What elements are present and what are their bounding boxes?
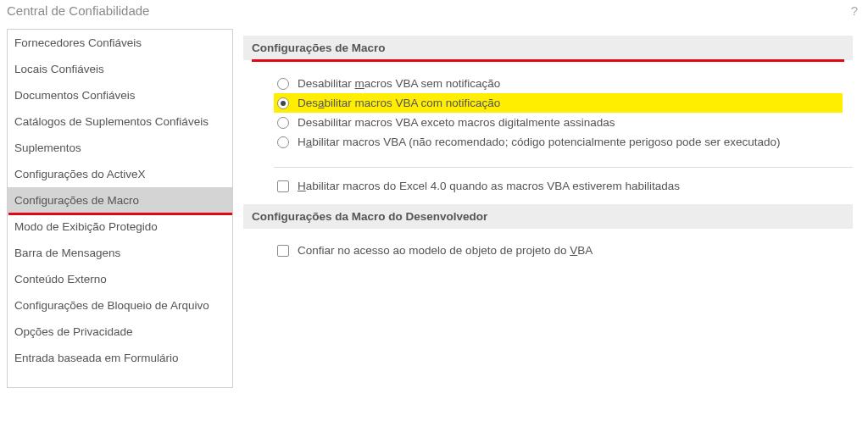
trust-vba-block: Confiar no acesso ao modelo de objeto de… [243,229,853,269]
macro-radio-group: Desabilitar macros VBA sem notificaçãoDe… [243,60,853,164]
help-icon[interactable]: ? [851,3,858,18]
sidebar-nav: Fornecedores ConfiáveisLocais Confiáveis… [7,29,233,388]
radio-label: Habilitar macros VBA (não recomendado; c… [298,136,781,148]
enable-excel4-label: Habilitar macros do Excel 4.0 quando as … [298,180,680,192]
sidebar-item-label: Entrada baseada em Formulário [14,352,179,364]
sidebar-item-label: Opções de Privacidade [14,325,133,338]
sidebar-item-label: Configurações do ActiveX [14,168,146,180]
radio-icon [277,136,289,148]
radio-label: Desabilitar macros VBA com notificação [298,97,500,109]
sidebar-item-label: Conteúdo Externo [14,273,107,286]
sidebar-item[interactable]: Documentos Confiáveis [8,82,232,108]
dialog-title: Central de Confiabilidade [7,3,149,18]
sidebar-item[interactable]: Catálogos de Suplementos Confiáveis [8,108,232,135]
divider [274,167,853,168]
sidebar-item[interactable]: Modo de Exibição Protegido [8,214,232,240]
sidebar-item-label: Modo de Exibição Protegido [14,220,158,233]
radio-icon [277,78,289,90]
developer-macro-title: Configurações da Macro do Desenvolvedor [252,210,487,223]
macro-radio-option[interactable]: Desabilitar macros VBA com notificação [274,93,843,113]
sidebar-item[interactable]: Opções de Privacidade [8,319,232,345]
sidebar-underline [8,213,232,215]
main-panel: Configurações de Macro Desabilitar macro… [243,29,861,388]
radio-icon [277,117,289,129]
section-underline [252,59,844,62]
dialog-header: Central de Confiabilidade ? [0,0,868,25]
sidebar-item-label: Locais Confiáveis [14,63,104,75]
sidebar-item[interactable]: Suplementos [8,135,232,161]
trust-vba-checkbox-row[interactable]: Confiar no acesso ao modelo de objeto de… [274,241,843,260]
enable-excel4-checkbox-row[interactable]: Habilitar macros do Excel 4.0 quando as … [274,176,843,196]
radio-label: Desabilitar macros VBA sem notificação [298,77,500,90]
sidebar-item[interactable]: Configurações de Bloqueio de Arquivo [8,292,232,319]
checkbox-icon [277,180,289,192]
sidebar-item[interactable]: Fornecedores Confiáveis [8,30,232,56]
sidebar-item-label: Barra de Mensagens [14,247,120,259]
macro-radio-option[interactable]: Desabilitar macros VBA sem notificação [274,74,843,93]
macro-settings-section-header: Configurações de Macro [243,36,853,60]
sidebar-item[interactable]: Barra de Mensagens [8,240,232,266]
macro-radio-option[interactable]: Habilitar macros VBA (não recomendado; c… [274,132,843,152]
sidebar-item-label: Suplementos [14,141,81,154]
trust-vba-label: Confiar no acesso ao modelo de objeto de… [298,244,593,257]
sidebar-item[interactable]: Configurações de Macro [8,187,232,214]
macro-radio-option[interactable]: Desabilitar macros VBA exceto macros dig… [274,113,843,132]
sidebar-item-label: Configurações de Macro [14,194,139,207]
sidebar-item[interactable]: Entrada baseada em Formulário [8,345,232,371]
sidebar-item-label: Fornecedores Confiáveis [14,36,142,49]
sidebar-item-label: Documentos Confiáveis [14,89,136,102]
macro-settings-title: Configurações de Macro [252,42,386,54]
excel4-block: Habilitar macros do Excel 4.0 quando as … [243,176,853,204]
sidebar-item[interactable]: Conteúdo Externo [8,266,232,292]
sidebar-item[interactable]: Configurações do ActiveX [8,161,232,187]
checkbox-icon [277,245,289,257]
dialog-body: Fornecedores ConfiáveisLocais Confiáveis… [0,25,868,398]
sidebar-item-label: Configurações de Bloqueio de Arquivo [14,299,209,312]
developer-macro-section-header: Configurações da Macro do Desenvolvedor [243,204,853,229]
sidebar-item[interactable]: Locais Confiáveis [8,56,232,82]
sidebar-item-label: Catálogos de Suplementos Confiáveis [14,115,209,128]
radio-icon [277,97,289,109]
radio-label: Desabilitar macros VBA exceto macros dig… [298,116,615,129]
